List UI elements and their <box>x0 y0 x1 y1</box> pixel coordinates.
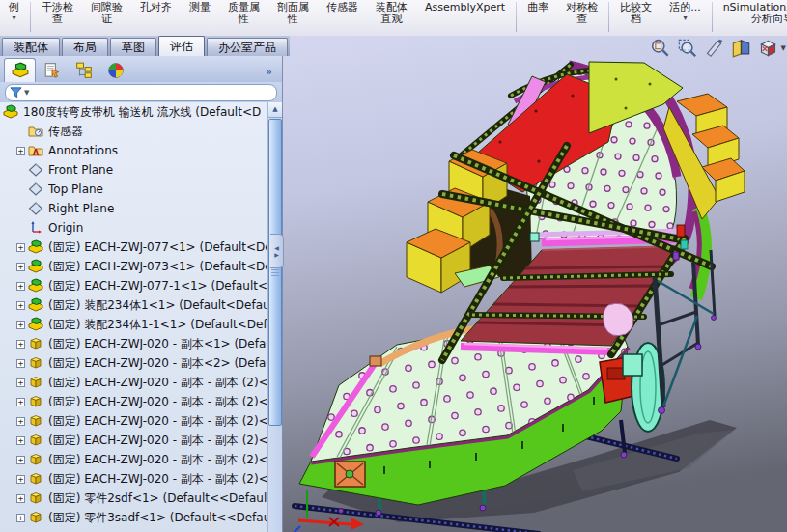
conveyor-3d-model[interactable]: .tbase{stroke:#1c2708;stroke-width:8;fil… <box>283 36 787 532</box>
zoom-to-fit-icon[interactable] <box>650 38 670 58</box>
expand-icon[interactable]: + <box>16 398 25 406</box>
tree-filter-input[interactable]: ▼ <box>5 84 277 101</box>
panel-tab-overflow[interactable]: » <box>260 66 278 82</box>
tree-row-10[interactable]: +(固定) 装配234体1<1> (Default<Default_ <box>0 295 268 315</box>
expand-icon[interactable]: + <box>16 514 25 522</box>
ribbon-item-8[interactable]: 装配体直观 <box>367 0 416 25</box>
ribbon-item-2[interactable]: 间隙验证 <box>82 0 131 25</box>
tree-row-label: (固定) EACH-ZWJ-073<1> (Default<Def <box>48 259 268 275</box>
ribbon-item-0[interactable]: 例 <box>0 0 28 21</box>
tree-row-label: (固定) EACH-ZWJ-020 - 副本 - 副本 (2)< <box>48 452 268 468</box>
ribbon-item-11[interactable]: 对称检查 <box>557 0 606 25</box>
tab-2[interactable]: 草图 <box>110 38 156 56</box>
assembly-icon <box>28 259 43 274</box>
configurationmanager-tab[interactable] <box>68 58 99 82</box>
tree-row-2[interactable]: +AAnnotations <box>0 141 268 160</box>
section-tool-icon[interactable] <box>704 38 724 58</box>
tree-row-16[interactable]: +(固定) EACH-ZWJ-020 - 副本 - 副本 (2)< <box>0 411 268 431</box>
ribbon-item-label: 活的... <box>669 2 701 14</box>
expand-icon[interactable]: + <box>16 436 25 445</box>
view-orientation-dropdown[interactable]: ▼ <box>781 44 786 52</box>
tree-row-12[interactable]: +(固定) EACH-ZWJ-020 - 副本<1> (Defau <box>0 334 268 353</box>
tab-4[interactable]: 办公室产品 <box>207 38 288 56</box>
tree-scrollbar[interactable]: ▲ <box>267 102 282 532</box>
displaymanager-tab[interactable] <box>99 58 131 82</box>
tree-row-label: (固定) EACH-ZWJ-077<1> (Default<Def <box>48 239 268 256</box>
expand-icon[interactable]: + <box>16 321 25 329</box>
ribbon-item-12[interactable]: 比较文档 <box>611 0 661 25</box>
expand-icon[interactable]: + <box>16 475 25 484</box>
filter-dropdown-arrow[interactable]: ▼ <box>24 89 29 97</box>
ribbon-separator <box>712 2 713 32</box>
ribbon-item-label: 查 <box>576 14 587 25</box>
ribbon-item-label: 直观 <box>381 14 403 25</box>
expand-icon[interactable]: + <box>16 147 25 155</box>
propertymanager-tab[interactable] <box>36 58 68 82</box>
ribbon-item-label: 传感器 <box>326 2 358 14</box>
tree-row-14[interactable]: +(固定) EACH-ZWJ-020 - 副本 - 副本 (2)< <box>0 373 268 392</box>
plane-icon <box>28 182 43 197</box>
ribbon-item-9[interactable]: AssemblyXpert <box>416 0 514 14</box>
ribbon-item-10[interactable]: 曲率 <box>519 0 557 14</box>
graphics-viewport[interactable]: .tbase{stroke:#1c2708;stroke-width:8;fil… <box>283 36 787 532</box>
tree-row-7[interactable]: +(固定) EACH-ZWJ-077<1> (Default<Def <box>0 238 268 257</box>
expand-icon[interactable]: + <box>16 301 25 310</box>
expand-icon[interactable]: + <box>16 456 25 464</box>
tree-row-3[interactable]: Front Plane <box>0 160 268 180</box>
tree-row-15[interactable]: +(固定) EACH-ZWJ-020 - 副本 - 副本 (2)< <box>0 392 268 411</box>
ribbon-item-5[interactable]: 质量属性 <box>219 0 268 25</box>
scrollbar-thumb[interactable] <box>268 119 282 426</box>
tree-row-label: Annotations <box>48 144 118 157</box>
ribbon-item-13[interactable]: 活的... <box>661 0 710 21</box>
tree-row-6[interactable]: Origin <box>0 218 268 238</box>
tree-row-18[interactable]: +(固定) EACH-ZWJ-020 - 副本 - 副本 (2)< <box>0 450 268 469</box>
section-view-icon[interactable] <box>731 38 751 58</box>
ribbon-item-7[interactable]: 传感器 <box>318 0 367 14</box>
tree-row-13[interactable]: +(固定) EACH-ZWJ-020 - 副本<2> (Defau <box>0 353 268 373</box>
ribbon-item-label: AssemblyXpert <box>425 2 505 14</box>
tree-row-4[interactable]: Top Plane <box>0 180 268 199</box>
view-orientation-icon[interactable] <box>758 38 778 58</box>
tree-row-11[interactable]: +(固定) 装配234体1-1<1> (Default<Defau <box>0 315 268 334</box>
part-icon <box>28 394 43 409</box>
panel-tab-strip: » <box>0 56 282 82</box>
tab-1[interactable]: 布局 <box>62 38 108 56</box>
tree-row-9[interactable]: +(固定) EACH-ZWJ-077-1<1> (Default<D <box>0 276 268 295</box>
ribbon-item-label: 性 <box>239 14 249 25</box>
ribbon-item-6[interactable]: 剖面属性 <box>268 0 318 25</box>
expand-icon[interactable]: + <box>16 378 25 387</box>
tab-3[interactable]: 评估 <box>158 36 205 56</box>
assembly-icon <box>28 297 43 313</box>
expand-icon[interactable]: + <box>16 263 25 271</box>
belt-tension-bracket[interactable] <box>335 462 365 487</box>
tab-0[interactable]: 装配体 <box>2 38 60 56</box>
part-icon <box>28 413 43 429</box>
ribbon-item-14[interactable]: nSimulationXpress分析向导 <box>715 0 787 25</box>
ribbon-item-1[interactable]: 干涉检查 <box>33 0 82 25</box>
expand-icon[interactable]: + <box>16 340 25 349</box>
ribbon: 例干涉检查间隙验证孔对齐测量质量属性剖面属性传感器装配体直观AssemblyXp… <box>0 0 787 37</box>
propertymanager-icon <box>43 62 61 79</box>
expand-icon[interactable]: + <box>16 494 25 503</box>
featuremanager-tab[interactable] <box>4 58 36 82</box>
tree-row-19[interactable]: +(固定) EACH-ZWJ-020 - 副本 - 副本 (2)< <box>0 469 268 489</box>
tree-row-1[interactable]: 传感器 <box>0 122 268 141</box>
panel-splitter-handle[interactable]: ◀▶ <box>270 234 284 268</box>
expand-icon[interactable]: + <box>16 282 25 291</box>
origin-icon <box>28 220 43 236</box>
ribbon-item-3[interactable]: 孔对齐 <box>131 0 181 14</box>
tree-row-0[interactable]: 180度转弯皮带机 输送机 流水线 (Default<D <box>0 102 268 122</box>
tree-row-5[interactable]: Right Plane <box>0 199 268 218</box>
part-icon <box>28 452 43 467</box>
tree-row-17[interactable]: +(固定) EACH-ZWJ-020 - 副本 - 副本 (2)< <box>0 431 268 450</box>
tree-row-21[interactable]: +(固定) 零件3sadf<1> (Default<<Default <box>0 508 268 527</box>
expand-icon[interactable]: + <box>16 243 25 252</box>
expand-icon[interactable]: + <box>16 417 25 426</box>
expand-icon[interactable]: + <box>16 359 25 368</box>
zoom-to-area-icon[interactable] <box>677 38 697 58</box>
ribbon-item-4[interactable]: 测量 <box>181 0 219 14</box>
scrollbar-up-arrow[interactable]: ▲ <box>268 102 282 118</box>
tree-row-8[interactable]: +(固定) EACH-ZWJ-073<1> (Default<Def <box>0 257 268 276</box>
tree-row-20[interactable]: +(固定) 零件2sdf<1> (Default<<Default> <box>0 489 268 508</box>
configurationmanager-icon <box>75 62 93 79</box>
